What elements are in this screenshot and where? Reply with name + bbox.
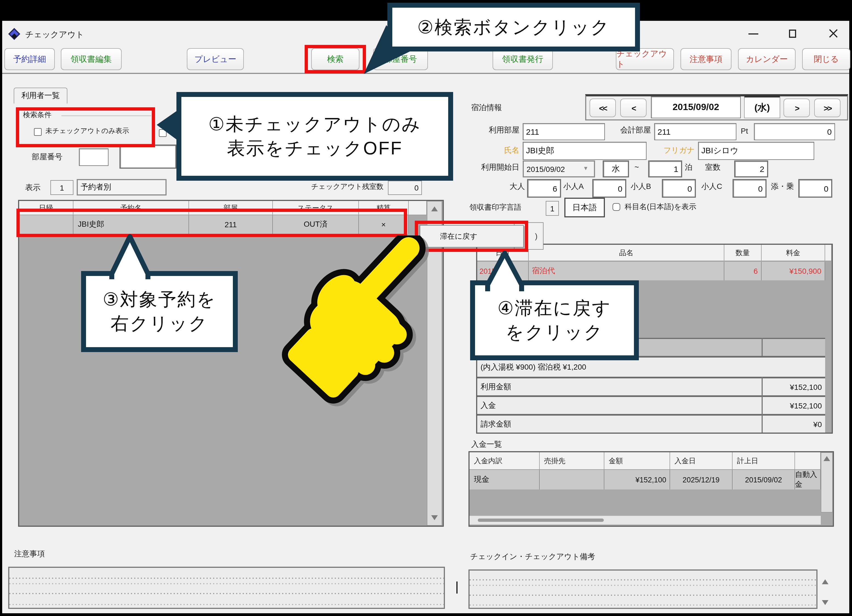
receipt-lang-value[interactable]: 1	[546, 201, 559, 216]
kana-label: フリガナ	[655, 146, 695, 155]
second-filter-checkbox[interactable]	[159, 129, 166, 137]
text-cursor	[456, 581, 458, 593]
item-row-qty[interactable]: 6	[724, 262, 761, 280]
notes-label: 注意事項	[14, 549, 45, 559]
row-reservation-cell[interactable]: JBI史郎	[73, 215, 189, 234]
row-room-cell[interactable]: 211	[189, 215, 273, 234]
callout-step1-line2: 表示をチェックOFF	[227, 136, 403, 160]
item-col-price[interactable]: 料金	[761, 245, 825, 261]
notes-textarea[interactable]	[8, 567, 445, 609]
remarks-textarea[interactable]	[468, 569, 817, 609]
notice-button[interactable]: 注意事項	[680, 48, 731, 70]
col-status[interactable]: ステータス	[273, 201, 359, 215]
subject-name-checkbox[interactable]	[613, 203, 620, 211]
reservation-detail-button[interactable]: 予約詳細	[5, 48, 55, 70]
escort-label: 添・乗	[771, 182, 794, 192]
col-room[interactable]: 部屋	[189, 201, 273, 215]
pay-col-amount[interactable]: 金額	[604, 452, 670, 470]
child-a-input[interactable]: 0	[592, 179, 626, 198]
minimize-icon[interactable]	[748, 33, 758, 35]
item-col-filler	[825, 245, 832, 261]
calendar-button[interactable]: カレンダー	[738, 48, 796, 70]
pay-row-recorddate[interactable]: 2015/09/02	[733, 470, 795, 489]
weekday-box: (水)	[744, 95, 780, 118]
col-settlement[interactable]: 精算	[359, 201, 409, 215]
preview-button[interactable]: プレビュー	[187, 48, 244, 70]
remarks-scroll-up-icon[interactable]	[822, 579, 828, 584]
item-row-price[interactable]: ¥150,900	[761, 262, 825, 280]
subject-name-checkbox-label: 科目名(日本語)を表示	[625, 202, 696, 212]
tab-user-list[interactable]: 利用者一覧	[14, 87, 67, 104]
close-window-button[interactable]: 閉じる	[802, 48, 850, 70]
display-mode-box[interactable]: 予約者別	[77, 179, 166, 196]
payments-hscroll-thumb[interactable]	[478, 518, 604, 522]
col-reservation[interactable]: 予約名	[73, 201, 189, 215]
close-icon[interactable]	[828, 29, 838, 38]
use-room-label: 利用部屋	[476, 125, 520, 135]
child-c-input[interactable]: 0	[733, 179, 766, 198]
item-col-qty[interactable]: 数量	[724, 245, 761, 261]
row-daytrip-cell[interactable]	[19, 215, 73, 234]
next-button[interactable]: >	[784, 99, 810, 117]
name-input[interactable]: JBI史郎	[523, 142, 647, 160]
lang-japanese-button[interactable]: 日本語	[564, 198, 605, 217]
unchecked-out-only-label: 未チェックアウトのみ表示	[45, 127, 129, 136]
pay-row-amount[interactable]: ¥152,100	[604, 470, 670, 489]
date-field[interactable]: 2015/09/02	[651, 96, 741, 118]
deposit-value: ¥152,100	[763, 395, 825, 414]
pay-row-account[interactable]	[540, 470, 604, 489]
escort-input[interactable]: 0	[798, 179, 832, 198]
app-icon	[8, 27, 21, 41]
callout-step2-text: ②検索ボタンクリック	[417, 15, 610, 39]
callout-step4-line1: ④滞在に戻す	[497, 296, 612, 320]
nights-unit-label: 泊	[685, 163, 693, 172]
scroll-down-icon[interactable]	[431, 515, 438, 520]
row-settle-cell[interactable]: ×	[359, 215, 409, 234]
receipt-edit-button[interactable]: 領収書編集	[61, 48, 122, 70]
child-a-label: 小人A	[563, 182, 584, 192]
use-room-input[interactable]: 211	[523, 123, 605, 140]
row-status-cell[interactable]: OUT済	[273, 215, 359, 234]
item-row-name[interactable]: 宿泊代	[529, 262, 724, 280]
window-title: チェックアウト	[25, 30, 84, 40]
pay-col-paydate[interactable]: 入金日	[670, 452, 733, 470]
receipt-issue-button[interactable]: 領収書発行	[492, 48, 553, 70]
checkout-remaining-value: 0	[388, 181, 422, 195]
toolbar-separator	[2, 73, 849, 74]
room-no-input[interactable]	[79, 148, 109, 166]
prev-fast-button[interactable]: <<	[589, 99, 616, 117]
checkout-button[interactable]: チェックアウト	[616, 48, 674, 70]
prev-button[interactable]: <	[620, 99, 647, 117]
room-number-button[interactable]: 部屋番号	[373, 48, 428, 70]
pay-col-filler	[795, 452, 821, 470]
pay-row-method[interactable]: 現金	[470, 470, 540, 489]
payments-scrollbar[interactable]	[821, 452, 833, 512]
acct-room-input[interactable]: 211	[654, 123, 736, 140]
adult-input[interactable]: 6	[527, 179, 561, 198]
pay-row-note[interactable]: 自動入金	[795, 470, 821, 489]
col-daytrip[interactable]: 日帰	[19, 201, 73, 215]
pay-col-recorddate[interactable]: 計上日	[733, 452, 795, 470]
kana-input[interactable]: JBIシロウ	[698, 142, 814, 160]
dropdown-icon[interactable]: ▾	[584, 164, 588, 172]
remarks-scroll-down-icon[interactable]	[822, 600, 828, 605]
rooms-input[interactable]: 2	[734, 160, 768, 178]
checkout-remaining-label: チェックアウト残室数	[289, 182, 384, 192]
unchecked-out-only-checkbox[interactable]	[34, 128, 42, 136]
room-no-select[interactable]	[119, 145, 177, 169]
display-label: 表示	[25, 183, 41, 193]
pt-input[interactable]: 0	[754, 123, 835, 140]
pay-col-account[interactable]: 売掛先	[540, 452, 604, 470]
child-b-input[interactable]: 0	[662, 179, 696, 198]
callout-step1: ①未チェックアウトのみ 表示をチェックOFF	[177, 92, 453, 181]
payments-scroll-up-icon[interactable]	[823, 456, 830, 461]
scroll-up-icon[interactable]	[431, 206, 438, 211]
search-button[interactable]: 検索	[311, 48, 360, 70]
item-col-name[interactable]: 品名	[529, 245, 724, 261]
next-fast-button[interactable]: >>	[814, 99, 840, 117]
billing-value: ¥0	[763, 414, 825, 432]
nights-input[interactable]: 1	[648, 160, 682, 178]
groupbox-line	[61, 116, 151, 116]
maximize-icon[interactable]	[789, 30, 796, 38]
pay-row-paydate[interactable]: 2025/12/19	[670, 470, 733, 489]
